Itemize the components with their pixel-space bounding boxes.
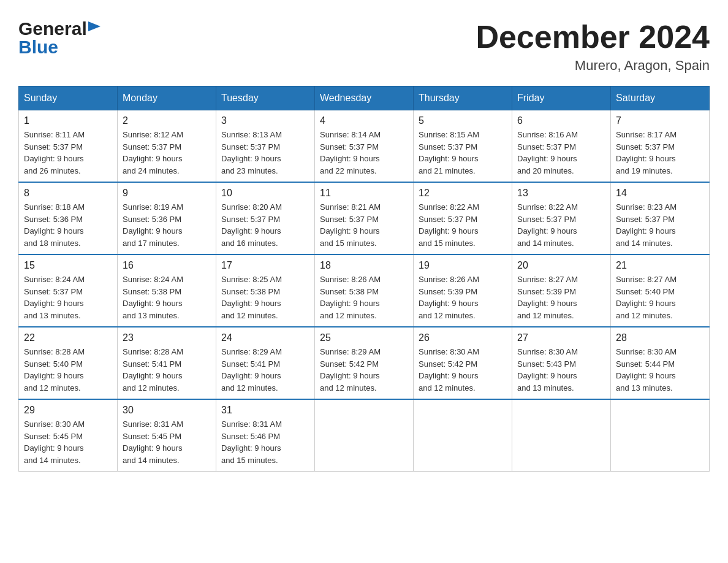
day-info: Sunrise: 8:22 AMSunset: 5:37 PMDaylight:… xyxy=(517,201,605,249)
day-info: Sunrise: 8:28 AMSunset: 5:40 PMDaylight:… xyxy=(24,346,112,394)
table-row: 14 Sunrise: 8:23 AMSunset: 5:37 PMDaylig… xyxy=(611,182,710,255)
day-info: Sunrise: 8:26 AMSunset: 5:39 PMDaylight:… xyxy=(419,274,507,321)
table-row: 18 Sunrise: 8:26 AMSunset: 5:38 PMDaylig… xyxy=(315,255,414,327)
day-number: 20 xyxy=(517,260,605,271)
day-number: 12 xyxy=(419,188,507,199)
day-info: Sunrise: 8:31 AMSunset: 5:45 PMDaylight:… xyxy=(123,418,211,466)
day-number: 24 xyxy=(221,332,309,343)
col-monday: Monday xyxy=(118,86,216,110)
day-info: Sunrise: 8:24 AMSunset: 5:38 PMDaylight:… xyxy=(123,274,211,321)
table-row: 26 Sunrise: 8:30 AMSunset: 5:42 PMDaylig… xyxy=(414,327,512,399)
table-row: 5 Sunrise: 8:15 AMSunset: 5:37 PMDayligh… xyxy=(414,110,512,183)
day-info: Sunrise: 8:27 AMSunset: 5:40 PMDaylight:… xyxy=(616,274,704,321)
day-info: Sunrise: 8:12 AMSunset: 5:37 PMDaylight:… xyxy=(123,129,211,177)
table-row: 15 Sunrise: 8:24 AMSunset: 5:37 PMDaylig… xyxy=(19,255,118,327)
table-row: 2 Sunrise: 8:12 AMSunset: 5:37 PMDayligh… xyxy=(118,110,216,183)
col-wednesday: Wednesday xyxy=(315,86,414,110)
day-info: Sunrise: 8:30 AMSunset: 5:45 PMDaylight:… xyxy=(24,418,112,466)
table-row: 9 Sunrise: 8:19 AMSunset: 5:36 PMDayligh… xyxy=(118,182,216,255)
day-info: Sunrise: 8:26 AMSunset: 5:38 PMDaylight:… xyxy=(320,274,408,321)
day-number: 26 xyxy=(419,332,507,343)
table-row: 17 Sunrise: 8:25 AMSunset: 5:38 PMDaylig… xyxy=(216,255,315,327)
day-number: 30 xyxy=(123,405,211,416)
day-number: 22 xyxy=(24,332,112,343)
day-number: 1 xyxy=(24,115,112,126)
day-info: Sunrise: 8:19 AMSunset: 5:36 PMDaylight:… xyxy=(123,201,211,249)
page-header: General Blue December 2024 Murero, Arago… xyxy=(18,18,710,74)
table-row: 3 Sunrise: 8:13 AMSunset: 5:37 PMDayligh… xyxy=(216,110,315,183)
day-info: Sunrise: 8:22 AMSunset: 5:37 PMDaylight:… xyxy=(419,201,507,249)
calendar-week-4: 22 Sunrise: 8:28 AMSunset: 5:40 PMDaylig… xyxy=(19,327,710,399)
day-number: 15 xyxy=(24,260,112,271)
day-number: 23 xyxy=(123,332,211,343)
day-info: Sunrise: 8:30 AMSunset: 5:42 PMDaylight:… xyxy=(419,346,507,394)
day-info: Sunrise: 8:13 AMSunset: 5:37 PMDaylight:… xyxy=(221,129,309,177)
table-row: 16 Sunrise: 8:24 AMSunset: 5:38 PMDaylig… xyxy=(118,255,216,327)
day-info: Sunrise: 8:27 AMSunset: 5:39 PMDaylight:… xyxy=(517,274,605,321)
table-row: 22 Sunrise: 8:28 AMSunset: 5:40 PMDaylig… xyxy=(19,327,118,399)
day-info: Sunrise: 8:16 AMSunset: 5:37 PMDaylight:… xyxy=(517,129,605,177)
day-number: 31 xyxy=(221,405,309,416)
day-info: Sunrise: 8:30 AMSunset: 5:44 PMDaylight:… xyxy=(616,346,704,394)
day-info: Sunrise: 8:23 AMSunset: 5:37 PMDaylight:… xyxy=(616,201,704,249)
day-info: Sunrise: 8:25 AMSunset: 5:38 PMDaylight:… xyxy=(221,274,309,321)
table-row xyxy=(512,399,611,472)
day-info: Sunrise: 8:29 AMSunset: 5:42 PMDaylight:… xyxy=(320,346,408,394)
day-number: 29 xyxy=(24,405,112,416)
logo-triangle-icon xyxy=(88,21,100,34)
day-number: 16 xyxy=(123,260,211,271)
day-info: Sunrise: 8:24 AMSunset: 5:37 PMDaylight:… xyxy=(24,274,112,321)
calendar-table: Sunday Monday Tuesday Wednesday Thursday… xyxy=(18,86,710,472)
day-number: 11 xyxy=(320,188,408,199)
table-row: 20 Sunrise: 8:27 AMSunset: 5:39 PMDaylig… xyxy=(512,255,611,327)
table-row: 12 Sunrise: 8:22 AMSunset: 5:37 PMDaylig… xyxy=(414,182,512,255)
day-number: 4 xyxy=(320,115,408,126)
day-info: Sunrise: 8:29 AMSunset: 5:41 PMDaylight:… xyxy=(221,346,309,394)
col-tuesday: Tuesday xyxy=(216,86,315,110)
day-info: Sunrise: 8:18 AMSunset: 5:36 PMDaylight:… xyxy=(24,201,112,249)
day-number: 7 xyxy=(616,115,704,126)
day-number: 2 xyxy=(123,115,211,126)
logo: General Blue xyxy=(18,18,100,58)
day-number: 28 xyxy=(616,332,704,343)
day-info: Sunrise: 8:11 AMSunset: 5:37 PMDaylight:… xyxy=(24,129,112,177)
day-number: 17 xyxy=(221,260,309,271)
calendar-week-3: 15 Sunrise: 8:24 AMSunset: 5:37 PMDaylig… xyxy=(19,255,710,327)
table-row: 8 Sunrise: 8:18 AMSunset: 5:36 PMDayligh… xyxy=(19,182,118,255)
col-thursday: Thursday xyxy=(414,86,512,110)
table-row: 24 Sunrise: 8:29 AMSunset: 5:41 PMDaylig… xyxy=(216,327,315,399)
col-friday: Friday xyxy=(512,86,611,110)
logo-blue-text: Blue xyxy=(18,37,58,57)
table-row: 11 Sunrise: 8:21 AMSunset: 5:37 PMDaylig… xyxy=(315,182,414,255)
day-number: 18 xyxy=(320,260,408,271)
table-row: 13 Sunrise: 8:22 AMSunset: 5:37 PMDaylig… xyxy=(512,182,611,255)
logo-general-text: General xyxy=(18,18,87,39)
day-info: Sunrise: 8:15 AMSunset: 5:37 PMDaylight:… xyxy=(419,129,507,177)
day-number: 14 xyxy=(616,188,704,199)
table-row: 25 Sunrise: 8:29 AMSunset: 5:42 PMDaylig… xyxy=(315,327,414,399)
calendar-week-2: 8 Sunrise: 8:18 AMSunset: 5:36 PMDayligh… xyxy=(19,182,710,255)
col-saturday: Saturday xyxy=(611,86,710,110)
table-row: 30 Sunrise: 8:31 AMSunset: 5:45 PMDaylig… xyxy=(118,399,216,472)
day-number: 19 xyxy=(419,260,507,271)
day-number: 5 xyxy=(419,115,507,126)
col-sunday: Sunday xyxy=(19,86,118,110)
title-block: December 2024 Murero, Aragon, Spain xyxy=(476,18,710,74)
day-number: 13 xyxy=(517,188,605,199)
calendar-week-5: 29 Sunrise: 8:30 AMSunset: 5:45 PMDaylig… xyxy=(19,399,710,472)
day-info: Sunrise: 8:20 AMSunset: 5:37 PMDaylight:… xyxy=(221,201,309,249)
day-info: Sunrise: 8:21 AMSunset: 5:37 PMDaylight:… xyxy=(320,201,408,249)
day-number: 9 xyxy=(123,188,211,199)
table-row: 31 Sunrise: 8:31 AMSunset: 5:46 PMDaylig… xyxy=(216,399,315,472)
day-info: Sunrise: 8:17 AMSunset: 5:37 PMDaylight:… xyxy=(616,129,704,177)
table-row xyxy=(611,399,710,472)
table-row xyxy=(414,399,512,472)
table-row xyxy=(315,399,414,472)
day-number: 21 xyxy=(616,260,704,271)
day-number: 3 xyxy=(221,115,309,126)
day-number: 6 xyxy=(517,115,605,126)
table-row: 23 Sunrise: 8:28 AMSunset: 5:41 PMDaylig… xyxy=(118,327,216,399)
svg-marker-0 xyxy=(88,21,100,31)
day-number: 27 xyxy=(517,332,605,343)
month-title: December 2024 xyxy=(476,18,710,55)
